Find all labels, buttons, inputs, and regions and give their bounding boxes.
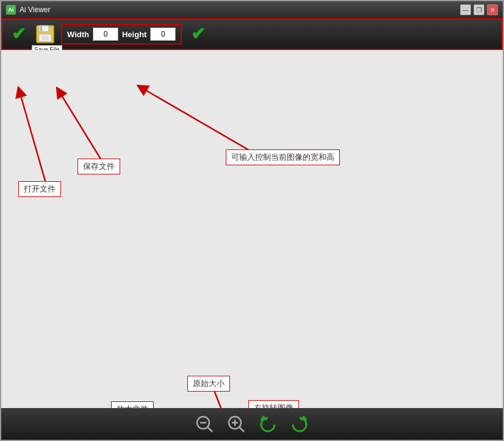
rotate-right-button[interactable]: [289, 413, 311, 435]
zoom-in-annotation-box: 放大文件: [111, 401, 154, 408]
dimension-control-annotation-box: 可输入控制当前图像的宽和高: [226, 149, 340, 165]
zoom-in-button[interactable]: [225, 413, 247, 435]
open-file-button[interactable]: ✔: [7, 23, 29, 45]
svg-line-5: [20, 91, 47, 187]
width-label: Width: [67, 30, 89, 39]
rotate-left-annotation-box: 左旋转图像: [248, 400, 299, 408]
svg-line-7: [142, 88, 264, 159]
annotation-zoom-in: 放大文件: [111, 401, 154, 408]
confirm-button[interactable]: ✔: [187, 23, 209, 45]
confirm-icon: ✔: [191, 26, 205, 43]
rotate-left-icon: [258, 414, 278, 434]
save-file-icon: [35, 24, 55, 44]
save-file-wrapper: Save File: [34, 23, 56, 45]
height-input[interactable]: [150, 27, 176, 41]
rotate-left-button[interactable]: [257, 413, 279, 435]
save-file-button[interactable]: [34, 23, 56, 45]
close-button[interactable]: ✕: [487, 4, 498, 15]
minimize-button[interactable]: —: [460, 4, 471, 15]
bottom-toolbar: [1, 408, 503, 440]
zoom-in-icon: [227, 415, 245, 433]
svg-rect-4: [41, 35, 49, 40]
rotate-right-icon: [290, 414, 309, 434]
annotation-original-size: 原始大小: [187, 376, 230, 392]
zoom-out-button[interactable]: [193, 413, 215, 435]
open-checkmark-icon: ✔: [12, 26, 26, 43]
main-content: 打开文件 保存文件 可输入控制当前图像的宽和高 原始大小 放大文件 左旋转图像 …: [1, 50, 503, 408]
annotations-overlay: [1, 50, 503, 408]
zoom-out-icon: [195, 415, 214, 433]
main-window: Ai Ai Viewer — ❐ ✕ ✔: [0, 0, 504, 441]
title-bar: Ai Ai Viewer — ❐ ✕: [1, 1, 503, 18]
toolbar: ✔ Save File Width Height: [1, 18, 503, 50]
annotation-rotate-left: 左旋转图像: [248, 400, 299, 408]
restore-button[interactable]: ❐: [473, 4, 484, 15]
annotation-dimension-control: 可输入控制当前图像的宽和高: [226, 149, 340, 165]
title-bar-left: Ai Ai Viewer: [6, 5, 50, 15]
window-title: Ai Viewer: [20, 5, 50, 14]
save-file-annotation-box: 保存文件: [77, 159, 120, 174]
title-bar-controls: — ❐ ✕: [460, 4, 498, 15]
annotation-save-file: 保存文件: [77, 159, 120, 174]
svg-line-18: [239, 427, 244, 432]
svg-line-14: [207, 427, 212, 432]
width-input[interactable]: [93, 27, 118, 41]
app-icon: Ai: [6, 5, 16, 15]
annotation-open-file: 打开文件: [18, 181, 61, 197]
original-size-annotation-box: 原始大小: [187, 376, 230, 392]
svg-line-6: [59, 91, 105, 166]
svg-rect-2: [40, 26, 42, 31]
height-label: Height: [122, 30, 146, 39]
open-file-annotation-box: 打开文件: [18, 181, 61, 197]
dimension-controls: Width Height: [61, 24, 182, 45]
